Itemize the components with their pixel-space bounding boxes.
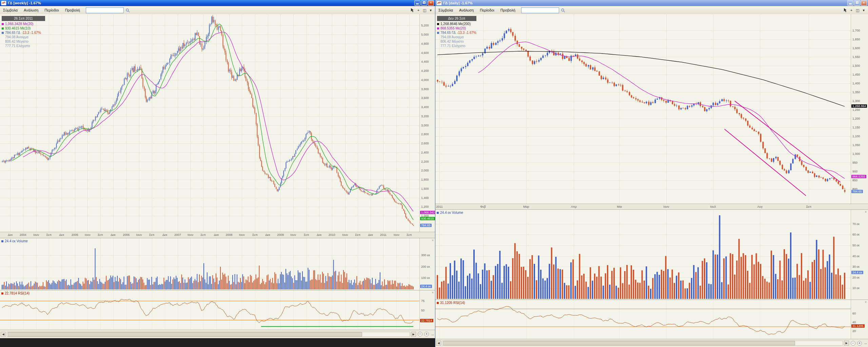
zoom-in-button[interactable]: + bbox=[424, 332, 429, 336]
scroll-right-button[interactable]: ▶ bbox=[844, 341, 849, 346]
time-tick-label: Δεκ bbox=[162, 233, 167, 237]
price-value-box: 784.65 bbox=[420, 224, 432, 227]
price-tick-label: 1,000 bbox=[852, 152, 860, 156]
time-tick-label: Ιουν bbox=[394, 233, 399, 237]
menu-periods[interactable]: Περίοδοι bbox=[41, 7, 62, 13]
price-tick-label: 1,250 bbox=[852, 108, 860, 111]
chart-toolbar: +◫▾ bbox=[411, 8, 435, 13]
chart-toolbar: +◫▾ bbox=[844, 8, 868, 13]
panels-tool-icon[interactable]: ◫ bbox=[856, 8, 859, 13]
menu-periods[interactable]: Περίοδοι bbox=[477, 7, 497, 13]
rsi-close-icon[interactable]: × bbox=[865, 301, 867, 304]
legend-row: 794.08 Άνοιγμα bbox=[2, 35, 45, 39]
search-icon[interactable] bbox=[125, 8, 130, 13]
price-tick-label: 4,000 bbox=[421, 78, 429, 82]
add-tool-icon[interactable]: + bbox=[417, 8, 419, 12]
legend-bullet bbox=[2, 23, 4, 25]
trend-line[interactable] bbox=[735, 101, 841, 182]
legend-text: 930.4615 Με(10) bbox=[5, 26, 31, 30]
volume-close-icon[interactable]: × bbox=[865, 210, 867, 214]
minimize-button[interactable] bbox=[414, 0, 420, 6]
search-icon[interactable] bbox=[561, 8, 565, 13]
close-button[interactable]: × bbox=[861, 0, 867, 6]
rsi-plot[interactable] bbox=[0, 290, 419, 330]
fit-width-button[interactable]: ↔ bbox=[431, 332, 434, 336]
price-plot[interactable] bbox=[0, 14, 419, 232]
menu-symbols[interactable]: Σύμβολα bbox=[0, 7, 21, 13]
menu-symbols[interactable]: Σύμβολα bbox=[435, 7, 456, 13]
price-tick-label: 1,150 bbox=[852, 126, 860, 129]
scroll-right-button[interactable]: ▶ bbox=[411, 332, 416, 337]
pointer-tool-icon[interactable] bbox=[411, 8, 414, 12]
time-axis[interactable]: 2011ΦεβΜαρΑπρΜαιΙουνΙουλΑυγΣεπ bbox=[435, 204, 868, 209]
horizontal-scrollbar[interactable] bbox=[7, 332, 410, 337]
price-tick-label: 1,650 bbox=[852, 38, 860, 41]
trend-line[interactable] bbox=[725, 129, 806, 196]
symbol-search-input[interactable] bbox=[521, 7, 559, 13]
zoom-in-button[interactable]: + bbox=[857, 341, 862, 346]
legend-text: -13.3 -1.67% bbox=[457, 30, 476, 35]
rsi-panel-label: 31.1205 RSI(14) bbox=[437, 301, 465, 305]
chart-app-icon bbox=[1, 1, 6, 5]
scroll-left-button[interactable]: ◀ bbox=[1, 332, 6, 337]
zoom-out-button[interactable]: − bbox=[418, 332, 422, 336]
time-tick-label: Σεπ bbox=[304, 233, 309, 237]
rsi-value-box: 22.7814 bbox=[420, 319, 433, 322]
dropdown-tool-icon[interactable]: ▾ bbox=[863, 8, 865, 13]
time-tick-label: 2009 bbox=[277, 233, 284, 237]
chart-scroll-row: ◀▶−+↔ bbox=[435, 339, 868, 347]
volume-tick-label: 60 εκ bbox=[852, 233, 860, 236]
time-axis[interactable]: Δεκ2004ΙουνΣεπΔεκ2005ΙουνΣεπΔεκ2006ΙουνΣ… bbox=[0, 232, 435, 238]
zoom-out-button[interactable]: − bbox=[851, 341, 855, 346]
fit-width-button[interactable]: ↔ bbox=[864, 341, 867, 345]
volume-tick-label: 100 εκ bbox=[421, 276, 430, 280]
legend-row: 784.65 ΓΔ -13.3 -1.67% bbox=[2, 30, 45, 35]
price-tick-label: 3,600 bbox=[421, 96, 429, 100]
time-tick-label: Σεπ bbox=[806, 205, 811, 208]
window-titlebar[interactable]: ΓΔ [daily] -1.67% × bbox=[435, 0, 868, 6]
volume-plot[interactable] bbox=[435, 210, 851, 300]
rsi-bullet bbox=[1, 292, 3, 294]
legend-row: 806.42 Μέγιστο bbox=[2, 39, 45, 44]
time-tick-label: Σεπ bbox=[355, 233, 360, 237]
menu-analysis[interactable]: Ανάλυση bbox=[456, 7, 477, 13]
price-plot[interactable] bbox=[435, 14, 851, 204]
maximize-button[interactable] bbox=[421, 0, 427, 6]
scroll-left-button[interactable]: ◀ bbox=[436, 341, 441, 346]
menu-view[interactable]: Προβολή bbox=[497, 7, 518, 13]
menu-view[interactable]: Προβολή bbox=[62, 7, 83, 13]
rsi-plot[interactable] bbox=[435, 300, 851, 339]
dropdown-tool-icon[interactable]: ▾ bbox=[430, 8, 432, 13]
minimize-button[interactable] bbox=[847, 0, 853, 6]
time-tick-label: 2011 bbox=[380, 233, 387, 237]
pointer-tool-icon[interactable] bbox=[844, 8, 847, 12]
panels-tool-icon[interactable]: ◫ bbox=[423, 8, 426, 13]
rsi-tick-label: 40 bbox=[852, 321, 856, 324]
price-tick-label: 2,200 bbox=[421, 160, 429, 163]
rsi-tick-label: 20 bbox=[852, 329, 856, 333]
symbol-search-input[interactable] bbox=[86, 7, 124, 13]
volume-plot[interactable] bbox=[0, 238, 419, 290]
window-titlebar[interactable]: ΓΔ [weekly] -1.67% × bbox=[0, 0, 435, 6]
menubar: Σύμβολα Ανάλυση Περίοδοι Προβολή +◫▾ bbox=[435, 6, 868, 15]
time-tick-label: Απρ bbox=[571, 205, 577, 208]
time-tick-label: Σεπ bbox=[252, 233, 258, 237]
scrollbar-thumb[interactable] bbox=[443, 341, 795, 345]
rsi-close-icon[interactable]: × bbox=[432, 291, 434, 294]
menu-analysis[interactable]: Ανάλυση bbox=[21, 7, 41, 13]
rsi-label: 31.1205 RSI(14) bbox=[440, 301, 465, 305]
scrollbar-thumb[interactable] bbox=[8, 332, 362, 336]
volume-tick-label: 40 εκ bbox=[852, 254, 860, 258]
volume-close-icon[interactable]: × bbox=[432, 239, 434, 242]
rsi-axis: 20406031.1205× bbox=[851, 300, 868, 339]
add-tool-icon[interactable]: + bbox=[850, 8, 852, 12]
ma-line bbox=[12, 24, 413, 220]
close-button[interactable]: × bbox=[428, 0, 434, 6]
maximize-button[interactable] bbox=[854, 0, 860, 6]
legend-bullet bbox=[2, 32, 4, 34]
price-panel: 8008509009501,0001,0501,1001,1501,2001,2… bbox=[435, 14, 868, 204]
legend-text: 794.08 Άνοιγμα bbox=[5, 35, 28, 39]
horizontal-scrollbar[interactable] bbox=[442, 341, 843, 346]
volume-panel-label: 24.4 εκ Volume bbox=[437, 211, 463, 215]
time-tick-label: Σεπ bbox=[200, 233, 206, 237]
